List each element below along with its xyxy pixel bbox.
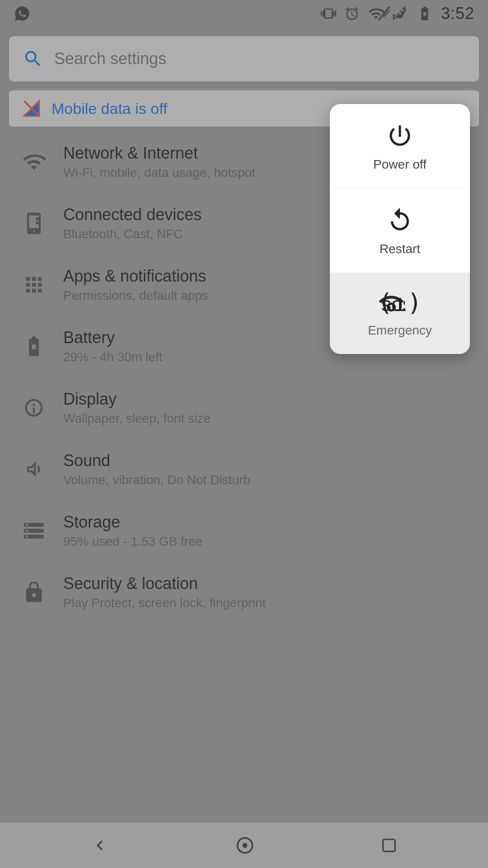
power-menu: Power off Restart sos (ı) Emergency (330, 104, 470, 354)
power-menu-top: Power off Restart (330, 104, 470, 273)
emergency-icon: sos (ı) (378, 291, 422, 315)
restart-button[interactable]: Restart (330, 189, 470, 273)
emergency-label: Emergency (368, 323, 432, 338)
power-off-icon (386, 122, 413, 149)
restart-label: Restart (380, 242, 420, 256)
nav-bar (0, 823, 488, 868)
power-off-button[interactable]: Power off (330, 104, 470, 189)
recent-apps-button[interactable] (380, 836, 398, 854)
svg-rect-7 (383, 840, 395, 852)
back-button[interactable] (90, 835, 110, 855)
emergency-button[interactable]: sos (ı) Emergency (330, 273, 470, 354)
restart-icon (386, 207, 413, 234)
home-button[interactable] (235, 835, 255, 855)
power-off-label: Power off (373, 157, 427, 172)
power-menu-bottom: sos (ı) Emergency (330, 273, 470, 354)
svg-point-6 (242, 843, 247, 848)
